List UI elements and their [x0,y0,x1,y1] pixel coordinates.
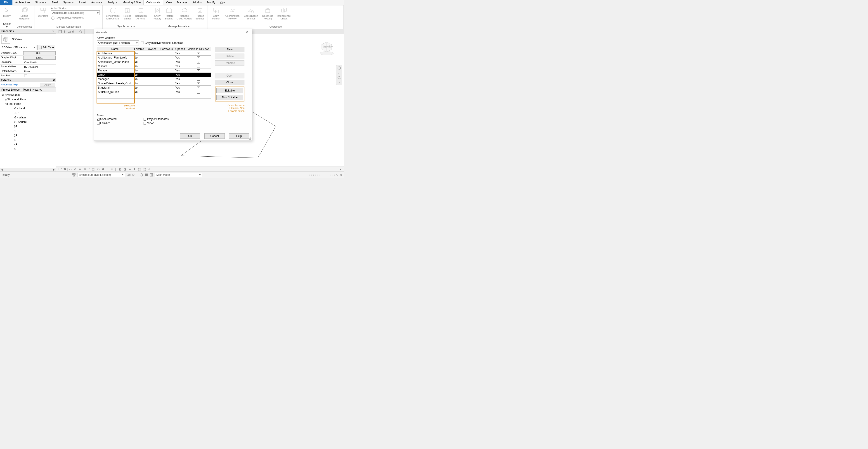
visible-checkbox[interactable] [197,69,200,72]
menu-systems[interactable]: Systems [60,0,76,5]
workset-status-icon[interactable] [72,173,76,177]
workset-row[interactable]: GRIDNoYes [97,73,211,77]
ok-button[interactable]: OK [180,133,200,139]
menu-architecture[interactable]: Architecture [12,0,32,5]
visible-checkbox[interactable] [197,82,200,85]
design-option-dropdown[interactable]: Main Model [155,173,203,177]
menu-addins[interactable]: Add-Ins [190,0,205,5]
property-value[interactable]: Coordination [23,60,56,64]
worksets-table[interactable]: NameEditableOwnerBorrowersOpenedVisible … [97,47,211,98]
menu-manage[interactable]: Manage [174,0,189,5]
properties-close-icon[interactable]: ✕ [52,30,55,33]
tree-leaf[interactable]: -1.7F [1,111,55,115]
menu-structure[interactable]: Structure [32,0,49,5]
reconcile-hosting-button[interactable]: Reconcile Hosting [260,6,275,20]
interference-check-button[interactable]: Interference Check [275,6,293,20]
workset-row[interactable]: ArchitectureNoYes [97,51,211,56]
tree-leaf[interactable]: 0F [1,124,55,129]
workset-row[interactable]: FacadeNoYes [97,68,211,73]
view-controls-icons[interactable]: ▭ ⊘ ✲ ✕ ⟟ ⬚ ⬡ ⬢ ⌂ ≡ | ◧ ◨ ⬌ ⬍ ⬚ ⬚ < [69,168,151,171]
menu-steel[interactable]: Steel [49,0,60,5]
non-editable-button[interactable]: Non Editable [216,95,243,100]
property-value[interactable]: Edit... [23,56,56,60]
workset-row[interactable]: Architecture_Furniture/pNoYes [97,56,211,60]
coordination-review-button[interactable]: Coordination Review [223,6,242,20]
col-header[interactable]: Borrowers [159,47,174,51]
dialog-close-button[interactable]: ✕ [244,30,250,35]
visible-checkbox[interactable] [197,52,200,55]
navigation-bar[interactable]: … ▾ [336,65,342,85]
square-status-icon[interactable] [145,173,148,176]
gray-inactive-worksets-button[interactable]: Gray Inactive Worksets [51,16,100,20]
col-header[interactable]: Editable [133,47,145,51]
sync-with-central-button[interactable]: Synchronize with Central [104,6,122,20]
cancel-button[interactable]: Cancel [205,133,225,139]
col-header[interactable]: Opened [174,47,186,51]
tree-leaf[interactable]: 2F [1,133,55,138]
visible-checkbox[interactable] [197,74,200,76]
delete-workset-button[interactable]: Delete [215,54,244,59]
workset-row[interactable]: ManagerNoYes [97,77,211,82]
show-user-created-checkbox[interactable]: User-Created [97,118,117,121]
help-button[interactable]: Help [229,133,249,139]
type-selector-label[interactable]: 3D View [12,38,22,41]
show-project-standards-checkbox[interactable]: Project Standards [144,118,169,121]
open-workset-button[interactable]: Open [215,73,244,78]
menu-file[interactable]: File [0,0,12,5]
property-value[interactable] [23,74,56,78]
scroll-left-icon[interactable]: ◄ [0,168,4,171]
browser-hscroll[interactable]: ◄ ► [0,168,56,171]
scroll-right-icon[interactable]: ► [52,168,56,171]
show-history-button[interactable]: Show History [152,6,163,20]
copy-monitor-button[interactable]: Copy/ Monitor [209,6,223,20]
tree-leaf[interactable]: 4F [1,142,55,147]
sync-group-label[interactable]: Synchronize ▼ [103,24,150,29]
status-workset-dropdown[interactable]: Architecture (Not Editable) [78,173,125,177]
workset-row[interactable]: Structure_to HideNoYes [97,90,211,94]
tree-branch[interactable]: ⊞ Structural Plans [1,97,55,102]
editable-only-icon[interactable] [127,173,130,177]
show-families-checkbox[interactable]: Families [97,122,117,125]
visible-checkbox[interactable] [197,65,200,68]
tree-leaf[interactable]: -2 - Water [1,115,55,120]
tree-leaf[interactable]: 1F [1,129,55,133]
workset-row[interactable]: Architecture_Urban PlannNoYes [97,60,211,64]
apply-button[interactable]: Apply [40,83,55,87]
visible-checkbox[interactable] [197,61,200,64]
menu-insert[interactable]: Insert [76,0,88,5]
menu-annotate[interactable]: Annotate [88,0,105,5]
resize-grip[interactable] [249,137,251,140]
scale-selector[interactable]: 1 : 100 [57,168,66,171]
visible-checkbox[interactable] [197,91,200,94]
new-workset-button[interactable]: New [215,47,244,52]
menu-analyze[interactable]: Analyze [105,0,120,5]
rename-workset-button[interactable]: Rename [215,60,244,66]
active-workset-dialog-dropdown[interactable]: Architecture (Not Editable) [97,40,139,45]
visible-checkbox[interactable] [197,87,200,89]
manage-models-group-label[interactable]: Manage Models ▼ [150,24,208,29]
doc-tab-3d[interactable] [76,29,85,34]
menu-collaborate[interactable]: Collaborate [143,0,163,5]
tree-branch[interactable]: ⊟ Floor Plans [1,102,55,106]
view-instance-dropdown[interactable]: 3D View: {3D - a.m.k [1,45,36,50]
tree-leaf[interactable]: -1 - Land [1,106,55,111]
coordination-settings-button[interactable]: Coordination Settings [242,6,260,20]
cube-status-icon[interactable] [140,173,143,177]
menu-view[interactable]: View [163,0,175,5]
gray-inactive-checkbox[interactable]: Gray Inactive Workset Graphics [141,41,183,44]
extents-group-header[interactable]: Extents✕ [0,78,56,82]
menu-overflow[interactable]: ▢ ▾ [218,0,227,5]
properties-help-link[interactable]: Properties help [0,82,19,87]
design-options-icon[interactable] [150,173,153,177]
select-group-label[interactable]: Select ▼ [0,22,14,29]
col-header[interactable]: Visible in all views [186,47,211,51]
tree-leaf[interactable]: 5F [1,147,55,151]
tree-root[interactable]: ▣⊟ Views (all) [1,93,55,97]
full-nav-icon[interactable] [337,66,341,70]
col-header[interactable]: Name [97,47,133,51]
property-value[interactable]: None [23,69,56,73]
workset-row[interactable]: Shared Views, Levels, GridNoYes [97,82,211,86]
manage-cloud-button[interactable]: Manage Cloud Models [175,6,193,20]
worksets-button[interactable]: Worksets [36,6,50,17]
relinquish-all-button[interactable]: Relinquish All Mine [133,6,149,20]
